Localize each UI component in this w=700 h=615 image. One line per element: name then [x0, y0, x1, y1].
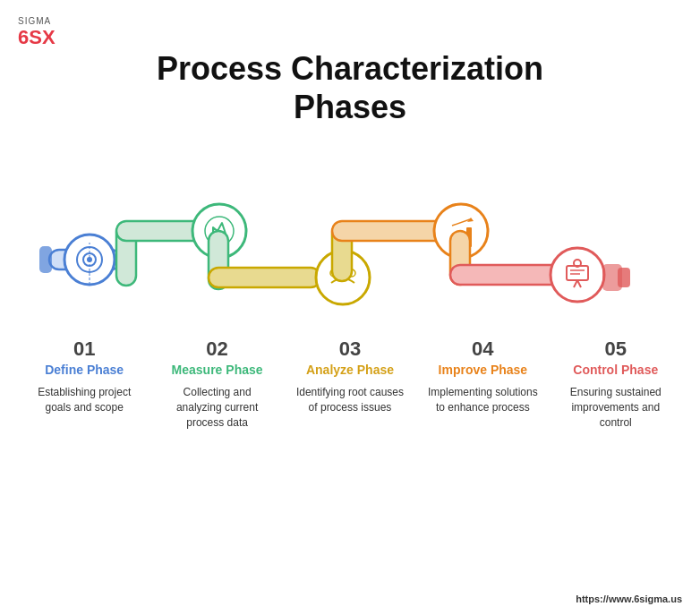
svg-rect-12 [209, 268, 320, 287]
phase-1: 01 Define Phase Establishing project goa… [26, 339, 142, 430]
phase-5-num: 05 [605, 339, 627, 359]
phase-3-name: Analyze Phase [306, 363, 394, 378]
phase-2-desc: Collecting and analyzing current process… [159, 385, 276, 430]
pipeline-diagram [0, 135, 700, 332]
phase-1-name: Define Phase [45, 363, 124, 378]
phase-4-num: 04 [472, 339, 493, 359]
phase-2: 02 Measure Phase Collecting and analyzin… [159, 339, 276, 430]
phase-2-name: Measure Phase [172, 363, 263, 378]
phase-4-name: Improve Phase [439, 363, 528, 378]
phase-3-num: 03 [339, 339, 361, 359]
phase-5-name: Control Phase [573, 363, 658, 378]
svg-point-26 [551, 248, 604, 302]
phases-row: 01 Define Phase Establishing project goa… [0, 339, 700, 430]
phase-5: 05 Control Phase Ensuring sustained impr… [558, 339, 674, 430]
phase-1-num: 01 [73, 339, 95, 359]
phase-3-desc: Identifying root causes of process issue… [292, 385, 408, 415]
footer-url: https://www.6sigma.us [576, 594, 682, 604]
phase-4: 04 Improve Phase Implementing solutions … [424, 339, 541, 430]
phase-1-desc: Establishing project goals and scope [26, 385, 142, 415]
title-line1: Process Characterization [157, 50, 543, 87]
logo: SIGMA 6SX [18, 16, 55, 49]
phase-3: 03 Analyze Phase Identifying root causes… [292, 339, 408, 430]
sigma-text: SIGMA [18, 16, 55, 26]
page-title: Process Characterization Phases [0, 0, 700, 126]
logo-text: 6SX [18, 26, 55, 48]
phase-2-num: 02 [206, 339, 227, 359]
title-line2: Phases [294, 89, 406, 125]
svg-rect-34 [618, 268, 630, 287]
svg-rect-1 [39, 246, 52, 273]
phase-5-desc: Ensuring sustained improvements and cont… [558, 385, 674, 430]
phase-4-desc: Implementing solutions to enhance proces… [424, 385, 541, 415]
